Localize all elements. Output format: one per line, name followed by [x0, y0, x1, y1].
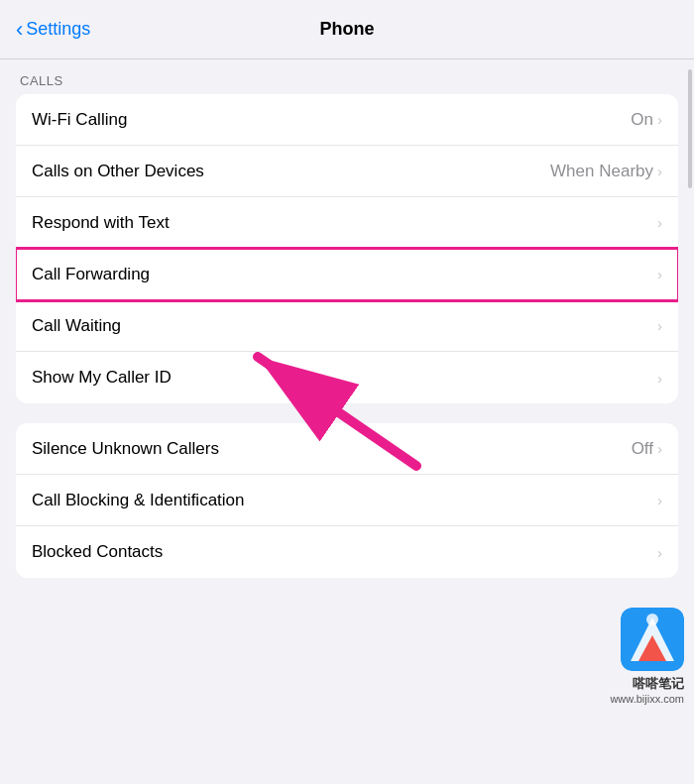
respond-with-text-chevron-icon: ›	[657, 214, 662, 231]
respond-with-text-label: Respond with Text	[32, 213, 170, 233]
blocking-settings-group: Silence Unknown Callers Off › Call Block…	[16, 423, 678, 578]
calls-other-devices-right: When Nearby ›	[550, 162, 662, 181]
respond-with-text-right: ›	[653, 214, 662, 231]
blocked-contacts-row[interactable]: Blocked Contacts ›	[16, 526, 678, 578]
calls-settings-group: Wi-Fi Calling On › Calls on Other Device…	[16, 94, 678, 403]
silence-unknown-chevron-icon: ›	[657, 440, 662, 457]
silence-unknown-label: Silence Unknown Callers	[32, 439, 219, 459]
wifi-calling-label: Wi-Fi Calling	[32, 110, 127, 130]
call-forwarding-chevron-icon: ›	[657, 266, 662, 282]
watermark: 嗒嗒笔记 www.bijixx.com	[610, 608, 684, 705]
wifi-calling-row[interactable]: Wi-Fi Calling On ›	[16, 94, 678, 146]
show-caller-id-chevron-icon: ›	[657, 370, 662, 387]
call-waiting-row[interactable]: Call Waiting ›	[16, 300, 678, 352]
show-caller-id-right: ›	[653, 370, 662, 387]
back-chevron-icon: ‹	[16, 17, 23, 43]
section-label-calls: CALLS	[0, 59, 694, 94]
call-blocking-row[interactable]: Call Blocking & Identification ›	[16, 475, 678, 526]
call-forwarding-right: ›	[653, 266, 662, 282]
calls-other-devices-value: When Nearby	[550, 162, 653, 181]
respond-with-text-row[interactable]: Respond with Text ›	[16, 197, 678, 249]
calls-other-devices-chevron-icon: ›	[657, 163, 662, 179]
blocked-contacts-right: ›	[653, 544, 662, 561]
silence-unknown-value: Off	[632, 439, 653, 459]
call-blocking-right: ›	[653, 492, 662, 508]
svg-point-5	[646, 614, 658, 625]
call-forwarding-label: Call Forwarding	[32, 265, 150, 284]
watermark-site-name: 嗒嗒笔记	[633, 675, 684, 693]
call-waiting-chevron-icon: ›	[657, 317, 662, 334]
call-waiting-right: ›	[653, 317, 662, 334]
navigation-bar: ‹ Settings Phone	[0, 0, 694, 59]
back-button[interactable]: ‹ Settings	[16, 17, 90, 43]
wifi-calling-value: On	[631, 110, 653, 130]
watermark-logo	[621, 608, 684, 671]
show-caller-id-label: Show My Caller ID	[32, 368, 172, 388]
blocked-contacts-label: Blocked Contacts	[32, 542, 163, 562]
call-forwarding-row[interactable]: Call Forwarding ›	[16, 249, 678, 300]
calls-other-devices-row[interactable]: Calls on Other Devices When Nearby ›	[16, 146, 678, 197]
scroll-indicator	[688, 59, 692, 784]
calls-other-devices-label: Calls on Other Devices	[32, 162, 204, 181]
call-blocking-label: Call Blocking & Identification	[32, 491, 245, 510]
blocked-contacts-chevron-icon: ›	[657, 544, 662, 561]
wifi-calling-right: On ›	[631, 110, 662, 130]
call-waiting-label: Call Waiting	[32, 316, 121, 336]
scroll-thumb	[688, 69, 692, 188]
wifi-calling-chevron-icon: ›	[657, 111, 662, 128]
watermark-url: www.bijixx.com	[610, 693, 684, 705]
page-title: Phone	[319, 19, 374, 40]
silence-unknown-right: Off ›	[632, 439, 662, 459]
silence-unknown-row[interactable]: Silence Unknown Callers Off ›	[16, 423, 678, 475]
back-label: Settings	[26, 19, 90, 40]
call-blocking-chevron-icon: ›	[657, 492, 662, 508]
show-caller-id-row[interactable]: Show My Caller ID ›	[16, 352, 678, 403]
